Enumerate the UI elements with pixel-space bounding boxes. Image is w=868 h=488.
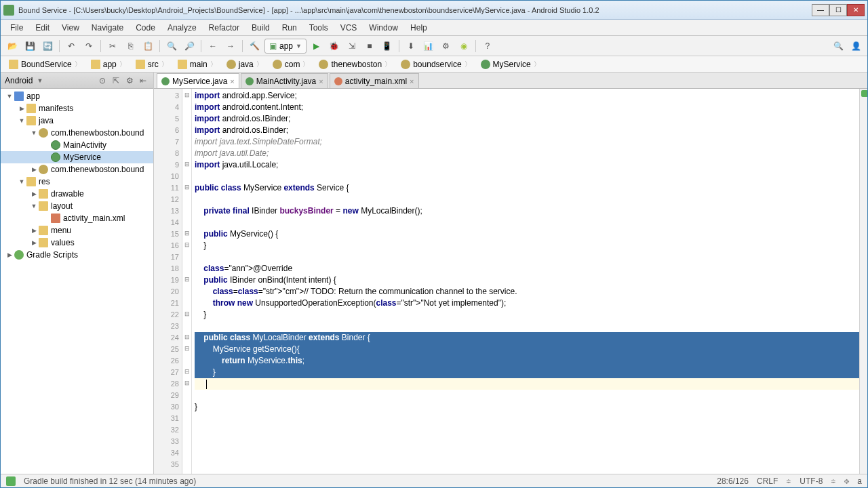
breadcrumb-boundservice[interactable]: BoundService〉 bbox=[5, 58, 85, 70]
menu-vcs[interactable]: VCS bbox=[335, 22, 363, 34]
breadcrumb-main[interactable]: main〉 bbox=[174, 58, 221, 70]
project-structure-icon[interactable]: ⚙ bbox=[439, 39, 454, 54]
tab-myservice-java[interactable]: MyService.java× bbox=[157, 73, 239, 88]
tree-item-gradle-scripts[interactable]: ▶Gradle Scripts bbox=[1, 249, 153, 261]
line-separator[interactable]: CRLF bbox=[757, 476, 778, 486]
file-encoding[interactable]: UTF-8 bbox=[800, 476, 823, 486]
tree-item-layout[interactable]: ▼layout bbox=[1, 200, 153, 212]
redo-icon[interactable]: ↷ bbox=[81, 39, 96, 54]
status-ok-icon bbox=[6, 476, 16, 486]
tree-item-drawable[interactable]: ▶drawable bbox=[1, 188, 153, 200]
tree-item-manifests[interactable]: ▶manifests bbox=[1, 102, 153, 115]
fold-gutter[interactable]: ⊟⊟⊟⊟⊟⊟⊟⊟⊟⊟⊟ bbox=[182, 89, 192, 474]
open-icon[interactable]: 📂 bbox=[5, 39, 20, 54]
project-panel-header[interactable]: Android ▼ ⊙ ⇱ ⚙ ⇤ bbox=[1, 73, 153, 89]
code-area[interactable]: import android.app.Service;import androi… bbox=[192, 89, 859, 474]
monitor-icon[interactable]: 📊 bbox=[421, 39, 436, 54]
forward-icon[interactable]: → bbox=[223, 39, 238, 54]
minimize-button[interactable]: — bbox=[812, 4, 829, 16]
close-tab-icon[interactable]: × bbox=[319, 77, 323, 85]
breadcrumb-src[interactable]: src〉 bbox=[132, 58, 172, 70]
tree-item-com-thenewboston-bound[interactable]: ▼com.thenewboston.bound bbox=[1, 127, 153, 139]
tree-item-com-thenewboston-bound[interactable]: ▶com.thenewboston.bound bbox=[1, 163, 153, 176]
make-icon[interactable]: 🔨 bbox=[247, 39, 262, 54]
breadcrumb-app[interactable]: app〉 bbox=[87, 58, 130, 70]
stop-icon[interactable]: ■ bbox=[362, 39, 377, 54]
navigation-breadcrumb: BoundService〉app〉src〉main〉java〉com〉thene… bbox=[1, 56, 867, 73]
run-icon[interactable]: ▶ bbox=[309, 39, 324, 54]
user-icon[interactable]: 👤 bbox=[848, 39, 863, 54]
tree-item-java[interactable]: ▼java bbox=[1, 115, 153, 127]
tree-item-res[interactable]: ▼res bbox=[1, 176, 153, 188]
breadcrumb-boundservice[interactable]: boundservice〉 bbox=[397, 58, 475, 70]
code-editor[interactable]: 3456789101112131415161718192021222324252… bbox=[154, 89, 867, 474]
project-tree[interactable]: ▼app▶manifests▼java▼com.thenewboston.bou… bbox=[1, 89, 153, 474]
menu-analyze[interactable]: Analyze bbox=[162, 22, 202, 34]
menu-view[interactable]: View bbox=[56, 22, 85, 34]
tab-mainactivity-java[interactable]: MainActivity.java× bbox=[241, 73, 328, 88]
project-view-selector[interactable]: Android bbox=[5, 76, 33, 85]
menu-tools[interactable]: Tools bbox=[304, 22, 334, 34]
settings-icon[interactable]: ⚙ bbox=[126, 76, 136, 85]
tab-activity-main-xml[interactable]: activity_main.xml× bbox=[330, 73, 419, 88]
breadcrumb-myservice[interactable]: MyService〉 bbox=[477, 58, 545, 70]
attach-icon[interactable]: ⇲ bbox=[344, 39, 359, 54]
cut-icon[interactable]: ✂ bbox=[105, 39, 120, 54]
caret-position[interactable]: 28:6/126 bbox=[717, 476, 749, 486]
run-config-selector[interactable]: ▣ app ▼ bbox=[264, 39, 307, 54]
close-button[interactable]: ✕ bbox=[847, 4, 865, 16]
inspection-ok-icon bbox=[861, 90, 867, 97]
save-icon[interactable]: 💾 bbox=[22, 39, 37, 54]
window-title: Bound Service - [C:\Users\bucky\Desktop\… bbox=[18, 6, 812, 14]
menu-help[interactable]: Help bbox=[405, 22, 433, 34]
tree-item-mainactivity[interactable]: MainActivity bbox=[1, 139, 153, 151]
titlebar: Bound Service - [C:\Users\bucky\Desktop\… bbox=[1, 1, 867, 20]
menu-build[interactable]: Build bbox=[246, 22, 275, 34]
menu-file[interactable]: File bbox=[5, 22, 28, 34]
breadcrumb-com[interactable]: com〉 bbox=[269, 58, 314, 70]
scroll-to-source-icon[interactable]: ⊙ bbox=[99, 76, 108, 85]
menu-edit[interactable]: Edit bbox=[30, 22, 55, 34]
tree-item-menu[interactable]: ▶menu bbox=[1, 224, 153, 237]
avd-icon[interactable]: 📱 bbox=[380, 39, 395, 54]
tree-item-myservice[interactable]: MyService bbox=[1, 151, 153, 163]
maximize-button[interactable]: ☐ bbox=[829, 4, 847, 16]
close-tab-icon[interactable]: × bbox=[230, 77, 234, 85]
line-number-gutter[interactable]: 3456789101112131415161718192021222324252… bbox=[154, 89, 182, 474]
sdk-icon[interactable]: ⬇ bbox=[403, 39, 418, 54]
menu-code[interactable]: Code bbox=[130, 22, 161, 34]
collapse-all-icon[interactable]: ⇱ bbox=[113, 76, 122, 85]
breadcrumb-java[interactable]: java〉 bbox=[222, 58, 267, 70]
context-indicator[interactable]: a bbox=[857, 476, 862, 486]
paste-icon[interactable]: 📋 bbox=[140, 39, 155, 54]
back-icon[interactable]: ← bbox=[205, 39, 220, 54]
status-message: Gradle build finished in 12 sec (14 minu… bbox=[24, 476, 196, 486]
sync-icon[interactable]: 🔄 bbox=[40, 39, 55, 54]
status-bar: Gradle build finished in 12 sec (14 minu… bbox=[1, 474, 867, 487]
undo-icon[interactable]: ↶ bbox=[64, 39, 79, 54]
tree-item-values[interactable]: ▶values bbox=[1, 237, 153, 249]
menubar: FileEditViewNavigateCodeAnalyzeRefactorB… bbox=[1, 20, 867, 36]
menu-window[interactable]: Window bbox=[363, 22, 403, 34]
hide-panel-icon[interactable]: ⇤ bbox=[140, 76, 149, 85]
replace-icon[interactable]: 🔎 bbox=[182, 39, 197, 54]
tree-item-app[interactable]: ▼app bbox=[1, 90, 153, 102]
menu-navigate[interactable]: Navigate bbox=[86, 22, 129, 34]
find-icon[interactable]: 🔍 bbox=[164, 39, 179, 54]
android-icon[interactable]: ◉ bbox=[456, 39, 471, 54]
close-tab-icon[interactable]: × bbox=[410, 77, 414, 85]
menu-run[interactable]: Run bbox=[277, 22, 302, 34]
breadcrumb-thenewboston[interactable]: thenewboston〉 bbox=[315, 58, 395, 70]
app-icon bbox=[3, 5, 14, 16]
run-config-label: app bbox=[279, 41, 293, 51]
debug-icon[interactable]: 🐞 bbox=[327, 39, 342, 54]
tree-item-activity-main-xml[interactable]: activity_main.xml bbox=[1, 212, 153, 224]
copy-icon[interactable]: ⎘ bbox=[123, 39, 138, 54]
main-toolbar: 📂 💾 🔄 ↶ ↷ ✂ ⎘ 📋 🔍 🔎 ← → 🔨 ▣ app ▼ ▶ 🐞 ⇲ … bbox=[1, 36, 867, 56]
menu-refactor[interactable]: Refactor bbox=[203, 22, 245, 34]
help-icon[interactable]: ? bbox=[480, 39, 495, 54]
error-strip[interactable] bbox=[859, 89, 867, 474]
insert-mode-icon[interactable]: ⎆ bbox=[844, 476, 849, 486]
search-everywhere-icon[interactable]: 🔍 bbox=[831, 39, 846, 54]
editor-tabs: MyService.java×MainActivity.java×activit… bbox=[154, 73, 867, 89]
